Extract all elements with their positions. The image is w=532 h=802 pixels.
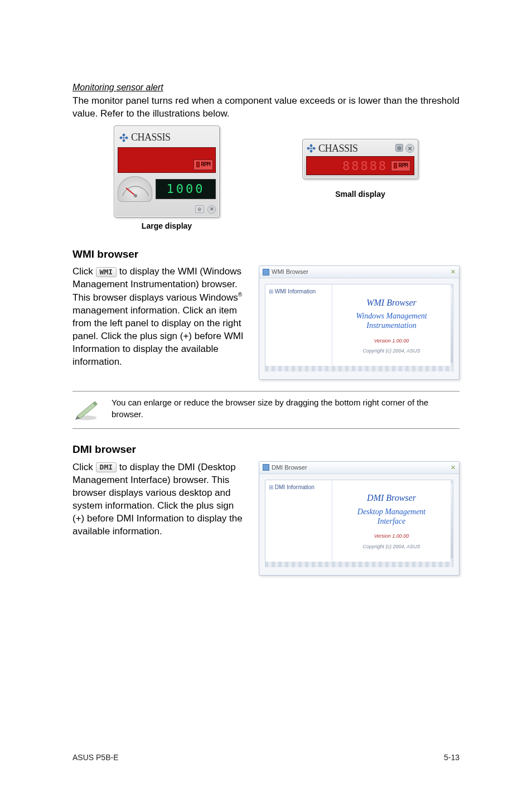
dmi-window-title: DMI Browser (272, 463, 307, 472)
large-display-block: CHASSIS RPM 1000 ⊜ ✕ (114, 125, 220, 231)
dmi-browser-window: DMI Browser ✕ DMI Information DMI Browse… (259, 461, 460, 576)
wmi-pane-title: WMI Browser (336, 297, 447, 309)
dmi-version: Version 1.00.00 (336, 533, 447, 539)
monitoring-body: The monitor panel turns red when a compo… (72, 95, 460, 120)
mini-digits: 1000 (167, 181, 205, 197)
close-icon: ✕ (207, 205, 216, 214)
wmi-browser-window: WMI Browser ✕ WMI Information WMI Browse… (259, 265, 460, 380)
monitoring-heading: Monitoring sensor alert (72, 81, 460, 94)
pencil-icon (72, 397, 100, 423)
rpm-dot (394, 163, 397, 168)
small-caption: Small display (302, 189, 418, 200)
dmi-tree-root: DMI Information (269, 484, 328, 491)
gauge-row: 1000 (118, 176, 216, 202)
chassis-small-label: CHASSIS (318, 142, 358, 155)
wmi-heading: WMI browser (72, 247, 460, 262)
wmi-pane-sub2: Instrumentation (336, 321, 447, 331)
svg-point-3 (311, 148, 312, 149)
wmi-tree-root: WMI Information (269, 288, 328, 296)
wmi-copyright: Copyright (c) 2004, ASUS (336, 347, 447, 354)
dmi-text: Click DMI to display the DMI (Desktop Ma… (72, 461, 245, 538)
pin-icon: ⊜ (395, 144, 403, 152)
chassis-large-lcd: RPM (118, 147, 216, 173)
gauge-icon (118, 176, 152, 202)
chassis-small-lcd: 88888 RPM (306, 156, 414, 175)
chassis-small-widget: CHASSIS ⊜ ✕ 88888 RPM (302, 139, 418, 179)
window-grip (265, 366, 453, 371)
window-grip (265, 562, 453, 567)
window-icon (263, 464, 269, 471)
large-caption: Large display (114, 221, 220, 231)
note-box: You can enlarge or reduce the browser si… (72, 391, 460, 429)
dmi-p1b: to display the DMI (Desktop Management I… (72, 462, 243, 537)
dmi-pane-sub1: Desktop Management (336, 508, 447, 517)
footer-right: 5-13 (444, 752, 460, 763)
chassis-large-widget: CHASSIS RPM 1000 ⊜ ✕ (114, 125, 220, 217)
wmi-p1c: management information. Click an item fr… (72, 305, 244, 367)
pin-icon: ⊜ (195, 205, 204, 213)
page-footer: ASUS P5B-E 5-13 (72, 752, 460, 763)
svg-line-1 (126, 188, 136, 196)
dmi-pane-sub2: Interface (336, 517, 447, 526)
faint-digits: 88888 (342, 158, 388, 175)
large-controls: ⊜ ✕ (118, 205, 216, 214)
rpm-label-small: RPM (398, 162, 408, 170)
fan-icon (306, 143, 316, 153)
wmi-pane-sub1: Windows Management (336, 312, 447, 321)
wmi-text: Click WMI to display the WMI (Windows Ma… (72, 265, 245, 368)
wmi-version: Version 1.00.00 (336, 337, 447, 344)
chassis-large-title: CHASSIS (118, 128, 216, 145)
rpm-tag-small: RPM (391, 161, 410, 171)
window-close-icon: ✕ (451, 463, 456, 472)
svg-point-2 (134, 194, 137, 197)
registered-mark: ® (238, 292, 242, 298)
svg-point-0 (123, 137, 125, 138)
wmi-button-chip: WMI (96, 267, 117, 277)
dmi-p1a: Click (72, 462, 96, 472)
wmi-window-title: WMI Browser (272, 268, 308, 276)
rpm-tag-large: RPM (194, 160, 213, 170)
chassis-large-label: CHASSIS (131, 131, 171, 144)
rpm-label-large: RPM (201, 161, 210, 169)
wmi-p1a: Click (72, 266, 96, 277)
window-icon (263, 269, 269, 276)
note-text: You can enlarge or reduce the browser si… (112, 397, 460, 420)
dmi-heading: DMI browser (72, 442, 460, 457)
dmi-tree: DMI Information (265, 480, 332, 562)
dmi-button-chip: DMI (96, 462, 117, 472)
small-display-block: CHASSIS ⊜ ✕ 88888 RPM Small display (302, 139, 418, 200)
rpm-dot (196, 162, 200, 167)
dmi-copyright: Copyright (c) 2004, ASUS (336, 543, 447, 550)
chassis-small-title: CHASSIS (306, 142, 358, 155)
dmi-pane-title: DMI Browser (336, 492, 447, 504)
footer-left: ASUS P5B-E (72, 752, 118, 763)
wmi-tree: WMI Information (265, 284, 332, 366)
fan-icon (119, 133, 129, 143)
mini-lcd: 1000 (156, 179, 216, 199)
window-close-icon: ✕ (451, 268, 456, 276)
figure-row: CHASSIS RPM 1000 ⊜ ✕ (72, 125, 460, 231)
close-icon: ✕ (405, 144, 414, 153)
